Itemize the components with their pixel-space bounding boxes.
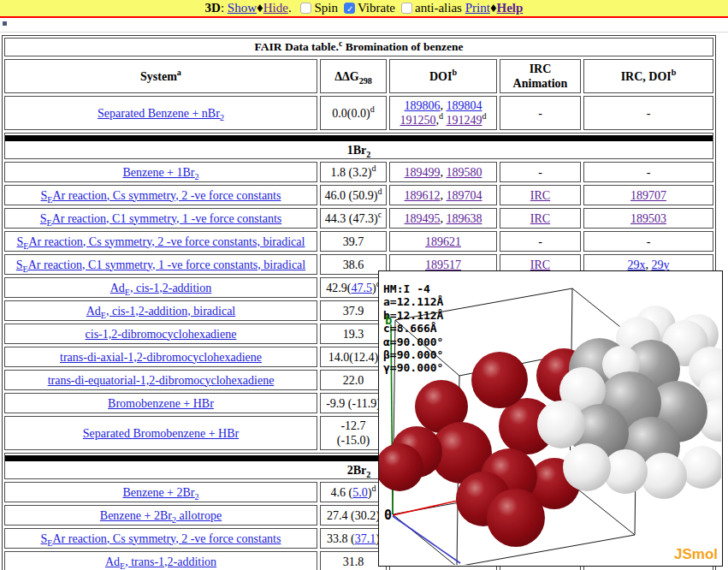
column-header: ΔΔG298 (320, 59, 387, 93)
antialias-checkbox[interactable] (401, 3, 412, 14)
subscript: 2 (366, 470, 370, 479)
table-cell: Bromobenzene + HBr (4, 393, 317, 413)
value-link[interactable]: 47.5 (351, 282, 372, 294)
jsmol-viewer[interactable]: HM:I -4 a=12.112Å b=12.112Å c=8.666Å α=9… (378, 270, 723, 567)
vibrate-checkbox[interactable] (344, 3, 355, 14)
value-link[interactable]: 5.0 (352, 486, 368, 499)
cell-text: SEAr reaction, C1 symmetry, 1 -ve force … (16, 258, 305, 272)
irc-doi-link[interactable]: 189503 (630, 212, 666, 225)
jsmol-logo[interactable]: JSmol (674, 546, 718, 563)
spin-checkbox[interactable] (300, 3, 311, 14)
cell-text: 27.4 (30.2) (327, 508, 380, 523)
system-link[interactable]: Benzene + 1Br2 (122, 166, 198, 179)
table-cell: 42.9(47.5)d (320, 277, 387, 298)
doi-link[interactable]: 189621 (425, 235, 461, 248)
system-link[interactable]: Benzene + 2Br2 allotrope (100, 509, 222, 522)
system-link[interactable]: SEAr reaction, Cs symmetry, 2 -ve force … (17, 235, 305, 248)
cell-text: 44.3 (47.3)c (325, 211, 382, 226)
table-cell: Separated Benzene + nBr2 (4, 96, 317, 130)
doi-link[interactable]: 189806 (405, 99, 441, 112)
system-link[interactable]: Separated Benzene + nBr2 (98, 107, 224, 120)
table-cell: 1.8 (3.2)d (320, 162, 387, 182)
irc-doi-link[interactable]: 189707 (630, 189, 666, 202)
system-link[interactable]: SEAr reaction, Cs symmetry, 2 -ve force … (41, 532, 281, 545)
diamond-icon: ♦ (490, 1, 497, 15)
cell-text: - (538, 106, 542, 121)
cell-text: 22.0 (343, 373, 364, 388)
doi-link[interactable]: 191250 (400, 114, 435, 127)
toolbar-colon: : (221, 1, 228, 15)
sphere-h (537, 401, 585, 448)
cell-text: -9.9 (-11.9) (326, 396, 381, 411)
system-link[interactable]: Bromobenzene + HBr (108, 397, 214, 410)
subscript: E (23, 264, 28, 273)
print-link[interactable]: Print (465, 1, 490, 15)
hide-link[interactable]: Hide (263, 1, 288, 15)
cell-text: - (647, 165, 651, 180)
column-header: DOIb (389, 59, 497, 93)
cell-text: 189707 (630, 188, 666, 203)
sphere-h (641, 453, 687, 499)
sphere-br (471, 352, 528, 408)
system-link[interactable]: SEAr reaction, C1 symmetry, 1 -ve force … (16, 258, 305, 271)
subscript: E (47, 537, 52, 547)
doi-link[interactable]: 189804 (447, 99, 482, 112)
cell-text: - (538, 235, 542, 249)
value-link[interactable]: 37.1 (355, 532, 376, 545)
doi-link[interactable]: 189517 (425, 258, 461, 271)
table-cell: Benzene + 2Br2 (4, 482, 317, 502)
table-title: FAIR Data table.c Bromination of benzene (4, 38, 713, 56)
system-link[interactable]: SEAr reaction, C1 symmetry, 1 -ve force … (40, 212, 281, 225)
antialias-label: anti-alias (415, 1, 462, 15)
cell-text: Separated Bromobenzene + HBr (83, 426, 239, 441)
table-cell: 22.0 (320, 370, 387, 390)
header-row: SystemaΔΔG298DOIbIRC AnimationIRC, DOIb (4, 59, 713, 93)
doi-link[interactable]: 189612 (405, 189, 441, 202)
system-link[interactable]: AdE, cis-1,2-addition (110, 282, 212, 294)
table-cell: AdE, trans-1,2-addition (4, 551, 317, 570)
cell-text: trans-di-axial-1,2-dibromocyclohexadiene (60, 350, 262, 365)
section-divider: 1Br2 (4, 133, 713, 159)
table-cell: 189499, 189580 (389, 162, 497, 182)
system-link[interactable]: SEAr reaction, Cs symmetry, 2 -ve force … (41, 189, 281, 202)
table-row: SEAr reaction, Cs symmetry, 2 -ve force … (4, 231, 713, 252)
table-cell: Benzene + 1Br2 (4, 162, 317, 182)
system-link[interactable]: cis-1,2-dibromocyclohexadiene (86, 328, 237, 341)
table-cell: 189495, 189638 (389, 208, 497, 229)
help-link[interactable]: Help (497, 1, 524, 15)
table-cell: 14.0(12.4) (320, 347, 387, 367)
column-header: Systema (4, 59, 317, 93)
cell-text: 31.8 (343, 555, 364, 569)
system-link[interactable]: trans-di-axial-1,2-dibromocyclohexadiene (60, 351, 262, 364)
show-link[interactable]: Show (228, 1, 257, 15)
table-cell: SEAr reaction, Cs symmetry, 2 -ve force … (4, 185, 317, 205)
irc-doi-link[interactable]: 29y (652, 258, 670, 271)
column-header: IRC Animation (500, 59, 581, 93)
doi-link[interactable]: 189499 (405, 166, 441, 179)
section-rule (5, 135, 713, 141)
table-cell: 46.0 (50.9)d (320, 185, 387, 205)
system-link[interactable]: AdE, cis-1,2-addition, biradical (86, 305, 236, 318)
subscript: 2 (172, 514, 176, 524)
subscript: 2 (195, 491, 199, 501)
system-link[interactable]: Benzene + 2Br2 (122, 486, 198, 499)
system-link[interactable]: AdE, trans-1,2-addition (105, 555, 216, 568)
table-cell: 39.7 (320, 231, 387, 252)
table-cell: 189503 (583, 208, 713, 229)
system-link[interactable]: Separated Bromobenzene + HBr (83, 427, 239, 440)
cell-text: AdE, cis-1,2-addition (110, 281, 212, 295)
irc-doi-link[interactable]: 29x (628, 258, 646, 271)
system-link[interactable]: trans-di-equatorial-1,2-dibromocyclohexa… (48, 374, 275, 387)
origin-label: 0 (384, 508, 392, 523)
doi-link[interactable]: 189704 (447, 189, 482, 202)
irc-animation-link[interactable]: IRC (530, 189, 550, 202)
doi-link[interactable]: 189580 (447, 166, 482, 179)
doi-link[interactable]: 191249 (447, 114, 482, 127)
doi-link[interactable]: 189495 (405, 212, 441, 225)
irc-animation-link[interactable]: IRC (530, 212, 550, 225)
irc-animation-link[interactable]: IRC (530, 258, 550, 271)
table-cell: 4.6 (5.0)d (320, 482, 387, 502)
table-cell: SEAr reaction, Cs symmetry, 2 -ve force … (4, 528, 317, 549)
doi-link[interactable]: 189638 (447, 212, 482, 225)
superscript: d (370, 104, 375, 114)
